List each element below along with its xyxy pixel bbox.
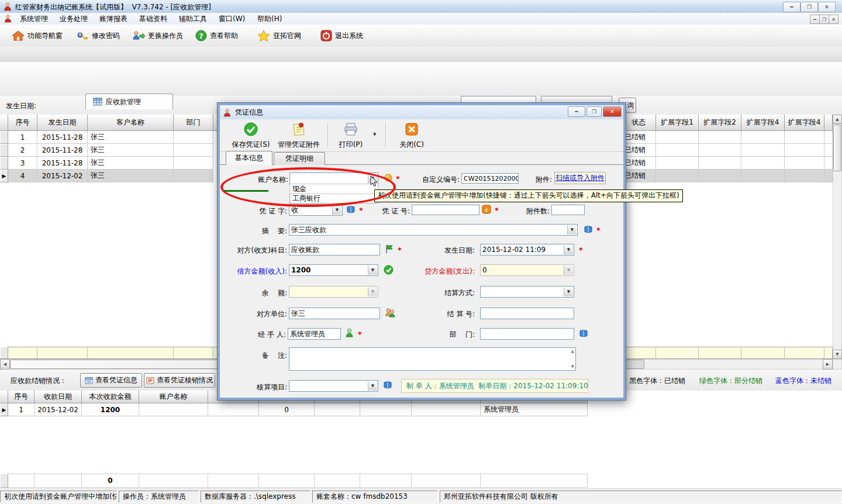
main-toolbar: 功能导航窗 修改密码 更换操作员 ? 查看帮助 亚拓官网 退出系统 bbox=[0, 25, 842, 47]
close-icon[interactable]: ✕ bbox=[818, 2, 836, 12]
scroll-left-icon[interactable]: ◀ bbox=[0, 359, 10, 370]
col-header-ext4b[interactable]: 扩展字段4 bbox=[785, 115, 824, 131]
bcol-header-seq[interactable]: 序号 bbox=[8, 391, 34, 403]
menu-item-business[interactable]: 业务处理 bbox=[54, 13, 94, 25]
book-icon bbox=[584, 225, 593, 233]
dialog-tab-basic[interactable]: 基本信息 bbox=[226, 151, 272, 165]
dialog-tab-detail[interactable]: 凭证明细 bbox=[274, 152, 325, 165]
mdi-minimize-icon[interactable]: ━ bbox=[810, 15, 820, 24]
scroll-up-icon[interactable]: ▲ bbox=[833, 115, 842, 124]
operator-icon bbox=[132, 30, 145, 41]
home-icon bbox=[12, 30, 25, 42]
nav-window-button[interactable]: 功能导航窗 bbox=[7, 26, 67, 46]
acct-item-combo[interactable]: ▼ bbox=[289, 380, 378, 392]
opp-subject-input[interactable]: 应收账款 bbox=[289, 244, 380, 256]
cell-customer: 张三 bbox=[88, 170, 174, 182]
refresh-icon[interactable]: c bbox=[482, 205, 491, 214]
dialog-print-button[interactable]: 打印(P) bbox=[334, 122, 367, 150]
current-row-arrow-icon: ▶ bbox=[2, 173, 6, 179]
cell-dept bbox=[174, 144, 213, 157]
view-voucher-info-button[interactable]: 查看凭证信息 bbox=[80, 373, 142, 388]
menu-item-system[interactable]: 系统管理 bbox=[14, 13, 54, 25]
exit-button[interactable]: 退出系统 bbox=[316, 26, 368, 46]
opp-unit-input[interactable]: 张三 bbox=[289, 308, 380, 319]
cell-status: 已结销 bbox=[622, 144, 656, 157]
dialog-close-icon[interactable]: ✕ bbox=[603, 106, 622, 117]
voucher-word-label: 凭 证 字: bbox=[235, 206, 287, 216]
legend-unsettled: 蓝色字体：未结销 bbox=[775, 376, 831, 386]
col-header-ext2[interactable]: 扩展字段2 bbox=[699, 115, 741, 131]
book-icon[interactable] bbox=[383, 381, 392, 389]
manage-attachments-button[interactable]: 管理凭证附件 bbox=[274, 122, 324, 150]
attach-count-input[interactable] bbox=[551, 205, 585, 215]
chevron-down-icon[interactable]: ▼ bbox=[564, 287, 573, 296]
mdi-restore-icon[interactable]: ❐ bbox=[819, 15, 829, 24]
dept-input[interactable] bbox=[480, 328, 574, 340]
occur-date-combo[interactable]: 2015-12-02 11:09▼ bbox=[480, 244, 574, 256]
people-icon[interactable] bbox=[385, 308, 395, 317]
voucher-no-input[interactable] bbox=[412, 205, 479, 215]
scroll-down-icon[interactable]: ▼ bbox=[833, 350, 842, 359]
remark-textarea[interactable]: ▲ ▼ bbox=[289, 347, 576, 371]
summary-combo[interactable]: 张三应收款▼ bbox=[289, 224, 578, 236]
minimize-icon[interactable]: ━ bbox=[783, 2, 800, 12]
bcol-header-date[interactable]: 收款日期 bbox=[34, 391, 82, 403]
scroll-right-icon[interactable]: ▶ bbox=[823, 359, 833, 370]
book-icon[interactable] bbox=[579, 329, 588, 337]
required-asterisk: * bbox=[596, 226, 601, 234]
custom-no-input[interactable]: CW2015120200049 bbox=[461, 173, 519, 184]
settle-method-label: 结算方式: bbox=[439, 288, 475, 298]
dialog-close-button[interactable]: 关闭(C) bbox=[395, 122, 428, 150]
cell-seq: 4 bbox=[8, 170, 37, 182]
dept-label: 部 门: bbox=[439, 330, 475, 340]
col-header-ext1[interactable]: 扩展字段1 bbox=[656, 115, 699, 131]
menu-item-help[interactable]: 帮助(H) bbox=[251, 13, 288, 25]
cell-seq: 1 bbox=[8, 131, 37, 144]
col-header-customer[interactable]: 客户名称 bbox=[88, 115, 174, 131]
col-header-seq[interactable]: 序号 bbox=[8, 115, 37, 131]
mdi-close-icon[interactable]: ✕ bbox=[829, 15, 838, 24]
col-header-spacer bbox=[824, 115, 833, 131]
col-header-dept[interactable]: 部门 bbox=[174, 115, 213, 131]
handler-input[interactable]: 系统管理员 bbox=[288, 328, 341, 340]
menu-item-tools[interactable]: 辅助工具 bbox=[173, 13, 213, 25]
print-dropdown-arrow-icon[interactable]: ▼ bbox=[373, 132, 376, 137]
change-password-button[interactable]: 修改密码 bbox=[71, 26, 125, 46]
credit-label: 贷方金额(支出): bbox=[421, 267, 475, 277]
settle-method-combo[interactable]: ▼ bbox=[480, 286, 574, 298]
chevron-down-icon[interactable]: ▼ bbox=[368, 381, 377, 391]
chevron-down-icon[interactable]: ▼ bbox=[564, 245, 573, 254]
settle-no-input[interactable] bbox=[480, 308, 574, 319]
flag-icon[interactable] bbox=[385, 244, 394, 254]
chevron-down-icon[interactable]: ▼ bbox=[332, 205, 341, 215]
cell-customer: 张三 bbox=[88, 144, 174, 157]
switch-operator-button[interactable]: 更换操作员 bbox=[127, 26, 188, 46]
dialog-restore-icon[interactable]: ❐ bbox=[586, 106, 602, 117]
menu-item-basedata[interactable]: 基础资料 bbox=[133, 13, 173, 25]
spin-up-icon[interactable]: ▲ bbox=[571, 349, 574, 354]
col-header-ext4a[interactable]: 扩展字段4 bbox=[741, 115, 785, 131]
bcol-header-account[interactable]: 账户名称 bbox=[139, 391, 208, 403]
keys-icon bbox=[76, 30, 89, 41]
tab-receivables[interactable]: 应收款管理 bbox=[85, 94, 173, 109]
settle-section-label: 应收款结销情况： bbox=[11, 376, 67, 386]
col-header-date[interactable]: 发生日期 bbox=[37, 115, 88, 131]
chevron-down-icon[interactable]: ▼ bbox=[567, 225, 577, 234]
spin-down-icon[interactable]: ▼ bbox=[571, 364, 574, 369]
person-green-icon[interactable] bbox=[345, 328, 354, 337]
dialog-minimize-icon[interactable]: ━ bbox=[568, 106, 585, 117]
debit-combo[interactable]: 1200▼ bbox=[289, 264, 378, 276]
scan-import-attachment-link[interactable]: 扫描或导入附件 bbox=[554, 172, 606, 184]
menu-item-window[interactable]: 窗口(W) bbox=[213, 13, 251, 25]
cell-seq: 2 bbox=[8, 144, 37, 157]
vertical-scroll-thumb[interactable] bbox=[833, 125, 841, 171]
help-button[interactable]: ? 查看帮助 bbox=[191, 26, 243, 46]
menu-item-reports[interactable]: 账簿报表 bbox=[94, 13, 133, 25]
chevron-down-icon[interactable]: ▼ bbox=[368, 265, 377, 275]
view-voucher-writeoff-button[interactable]: 查看凭证核销情况 bbox=[144, 373, 215, 388]
restore-icon[interactable]: ❐ bbox=[800, 2, 818, 12]
website-button[interactable]: 亚拓官网 bbox=[253, 26, 306, 46]
bcol-header-amount[interactable]: 本次收款金额 bbox=[82, 391, 139, 403]
save-voucher-button[interactable]: 保存凭证(S) bbox=[229, 122, 272, 150]
col-header-status[interactable]: 状态 bbox=[622, 115, 656, 131]
